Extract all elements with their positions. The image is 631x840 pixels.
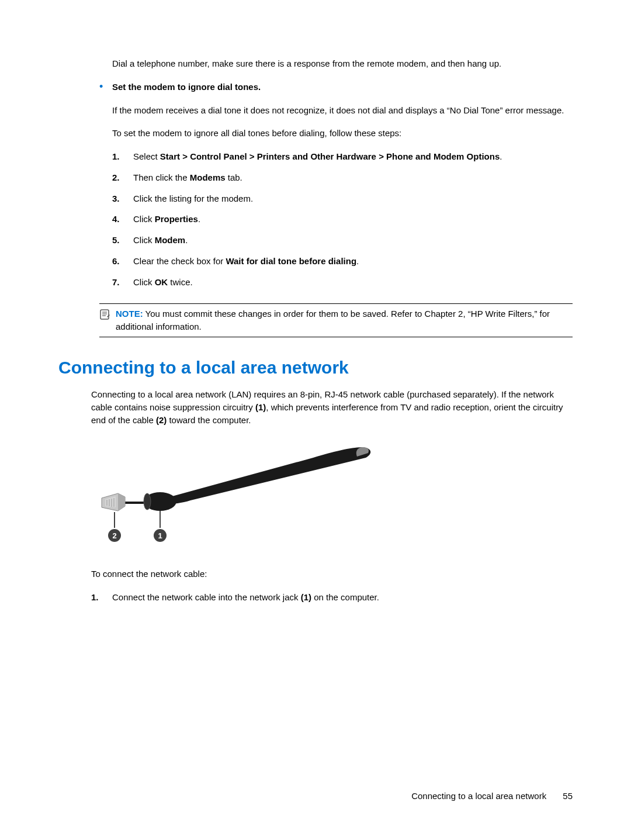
step-3: 3. Click the listing for the modem.: [112, 192, 573, 205]
dial-paragraph: Dial a telephone number, make sure there…: [112, 57, 573, 70]
callout-2: 2: [112, 531, 116, 540]
note-box: NOTE: You must commit these changes in o…: [99, 303, 573, 337]
step-num: 5.: [112, 234, 133, 247]
lan-paragraph-1: Connecting to a local area network (LAN)…: [91, 388, 573, 426]
note-label: NOTE:: [116, 309, 143, 319]
footer-page-number: 55: [563, 791, 573, 801]
step-body: Select Start > Control Panel > Printers …: [133, 150, 573, 163]
page-footer: Connecting to a local area network 55: [411, 790, 573, 803]
bullet-dot-icon: •: [99, 81, 112, 297]
footer-title: Connecting to a local area network: [411, 791, 546, 801]
step-body: Click OK twice.: [133, 276, 573, 289]
step-5: 5. Click Modem.: [112, 234, 573, 247]
modem-section: Dial a telephone number, make sure there…: [112, 57, 573, 296]
step-num: 1.: [112, 150, 133, 163]
step-body: Click Properties.: [133, 213, 573, 226]
step-body: Click Modem.: [133, 234, 573, 247]
step-body: Connect the network cable into the netwo…: [112, 591, 573, 604]
network-cable-figure: 1 2: [91, 437, 573, 558]
lan-heading: Connecting to a local area network: [58, 355, 573, 381]
svg-rect-0: [100, 310, 109, 319]
ignore-dial-tones-bullet: • Set the modem to ignore dial tones. If…: [99, 81, 573, 297]
step-num: 1.: [91, 591, 112, 604]
step-body: Then click the Modems tab.: [133, 171, 573, 184]
step-num: 4.: [112, 213, 133, 226]
bullet-title: Set the modem to ignore dial tones.: [112, 81, 573, 94]
step-num: 2.: [112, 171, 133, 184]
bullet-para-1: If the modem receives a dial tone it doe…: [112, 104, 573, 117]
lan-body: Connecting to a local area network (LAN)…: [91, 388, 573, 604]
callout-1: 1: [158, 531, 162, 540]
step-num: 7.: [112, 276, 133, 289]
svg-point-5: [144, 493, 151, 510]
step-7: 7. Click OK twice.: [112, 276, 573, 289]
step-1: 1. Select Start > Control Panel > Printe…: [112, 150, 573, 163]
step-2: 2. Then click the Modems tab.: [112, 171, 573, 184]
lan-step-1: 1. Connect the network cable into the ne…: [91, 591, 573, 604]
step-6: 6. Clear the check box for Wait for dial…: [112, 255, 573, 268]
note-text: NOTE: You must commit these changes in o…: [116, 307, 573, 333]
step-num: 3.: [112, 192, 133, 205]
note-icon: [99, 307, 116, 333]
step-body: Click the listing for the modem.: [133, 192, 573, 205]
step-4: 4. Click Properties.: [112, 213, 573, 226]
bullet-para-2: To set the modem to ignore all dial tone…: [112, 127, 573, 140]
step-num: 6.: [112, 255, 133, 268]
lan-paragraph-2: To connect the network cable:: [91, 568, 573, 580]
step-body: Clear the check box for Wait for dial to…: [133, 255, 573, 268]
